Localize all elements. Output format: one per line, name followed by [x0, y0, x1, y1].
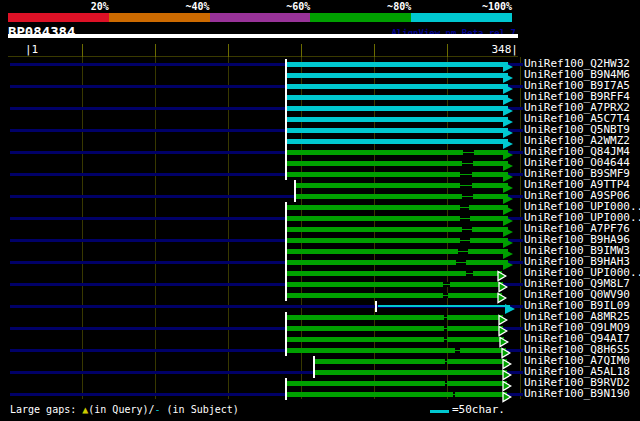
hit-bar[interactable]	[287, 249, 508, 254]
hit-bar[interactable]	[287, 381, 507, 386]
hit-bar[interactable]	[287, 326, 503, 331]
hit-bar[interactable]	[287, 337, 504, 342]
ruler-tick	[301, 44, 302, 57]
gap-notch	[445, 362, 447, 364]
hit-start-tick	[285, 59, 287, 70]
gap-notch	[444, 337, 447, 339]
legend-text-part: Large gaps:	[10, 404, 82, 415]
hit-bar[interactable]	[287, 227, 508, 232]
gap-notch	[443, 282, 450, 284]
hit-start-tick	[375, 301, 377, 312]
hit-bar[interactable]	[296, 194, 508, 199]
hit-start-tick	[285, 92, 287, 103]
gap-notch	[453, 392, 455, 394]
hit-bar[interactable]	[287, 84, 508, 89]
gap-notch	[456, 263, 466, 265]
gap-notch	[444, 340, 447, 342]
hit-bar[interactable]	[287, 260, 508, 265]
gap-notch	[445, 359, 447, 361]
hit-bar[interactable]	[287, 139, 508, 144]
ruler-tick	[155, 44, 156, 57]
hit-start-tick	[285, 125, 287, 136]
gap-notch	[460, 183, 472, 185]
hit-bar[interactable]	[315, 359, 507, 364]
hit-start-tick	[285, 224, 287, 235]
hit-start-tick	[285, 378, 287, 389]
gap-notch	[455, 351, 460, 353]
hit-bar[interactable]	[296, 183, 508, 188]
ruler-tick	[82, 44, 83, 57]
hit-start-tick	[285, 169, 287, 180]
hit-start-tick	[285, 334, 287, 345]
hit-bar[interactable]	[287, 392, 507, 397]
hit-bar[interactable]	[287, 150, 508, 155]
gap-notch	[444, 315, 447, 317]
hit-bar-thin[interactable]	[378, 305, 510, 307]
hit-bar[interactable]	[287, 95, 508, 100]
gap-notch	[460, 186, 472, 188]
gap-notch	[460, 216, 470, 218]
hit-bar[interactable]	[287, 205, 508, 210]
gap-notch	[456, 260, 466, 262]
hit-bar[interactable]	[287, 106, 508, 111]
hit-bar[interactable]	[287, 161, 508, 166]
gap-notch	[466, 274, 473, 276]
hit-bar[interactable]	[287, 172, 508, 177]
gap-notch	[466, 271, 473, 273]
hit-start-tick	[285, 312, 287, 323]
hit-bar[interactable]	[315, 370, 507, 375]
hit-start-tick	[313, 367, 315, 378]
scale-line-label: =50char.	[452, 403, 505, 416]
hit-bar[interactable]	[287, 348, 506, 353]
gap-notch	[462, 197, 473, 199]
gap-notch	[444, 329, 447, 331]
hit-start-tick	[285, 235, 287, 246]
gap-notch	[458, 249, 468, 251]
gap-notch	[460, 241, 470, 243]
hit-bar[interactable]	[287, 293, 502, 298]
gap-notch	[444, 326, 447, 328]
hit-start-tick	[285, 290, 287, 301]
hit-bar[interactable]	[287, 128, 508, 133]
hit-bar[interactable]	[287, 73, 508, 78]
hit-start-tick	[285, 323, 287, 334]
gap-notch	[443, 296, 448, 298]
hit-bar[interactable]	[287, 62, 508, 67]
hit-start-tick	[285, 70, 287, 81]
hit-start-tick	[285, 257, 287, 268]
hit-bar[interactable]	[287, 216, 508, 221]
hit-start-tick	[285, 81, 287, 92]
hit-start-tick	[285, 246, 287, 257]
gap-notch	[460, 205, 469, 207]
hit-start-tick	[285, 114, 287, 125]
hit-start-tick	[285, 345, 287, 356]
gap-notch	[455, 348, 460, 350]
hit-bar[interactable]	[287, 282, 503, 287]
hit-bar[interactable]	[287, 117, 508, 122]
hit-label[interactable]: UniRef100_B9N190	[524, 388, 630, 400]
hit-start-tick	[294, 191, 296, 202]
hit-start-tick	[285, 202, 287, 213]
hit-start-tick	[285, 279, 287, 290]
hit-bar[interactable]	[287, 238, 508, 243]
hit-start-tick	[285, 147, 287, 158]
ruler-tick	[374, 44, 375, 57]
gap-notch	[463, 150, 474, 152]
hit-arrow-icon[interactable]	[502, 388, 512, 407]
hit-bar[interactable]	[287, 315, 503, 320]
hit-start-tick	[285, 268, 287, 279]
gap-notch	[460, 219, 470, 221]
gap-notch	[463, 153, 474, 155]
gap-notch	[460, 175, 472, 177]
hit-start-tick	[285, 213, 287, 224]
hit-start-tick	[285, 136, 287, 147]
alignview-screen: 20%~40%~60%~80%~100% BP084384 AlignView.…	[0, 0, 640, 421]
ruler-tick	[228, 44, 229, 57]
hit-start-tick	[313, 356, 315, 367]
gap-notch	[445, 384, 447, 386]
gap-notch	[462, 230, 472, 232]
gap-notch	[443, 285, 450, 287]
gap-notch	[443, 293, 448, 295]
gap-notch	[458, 252, 468, 254]
hit-start-tick	[285, 158, 287, 169]
